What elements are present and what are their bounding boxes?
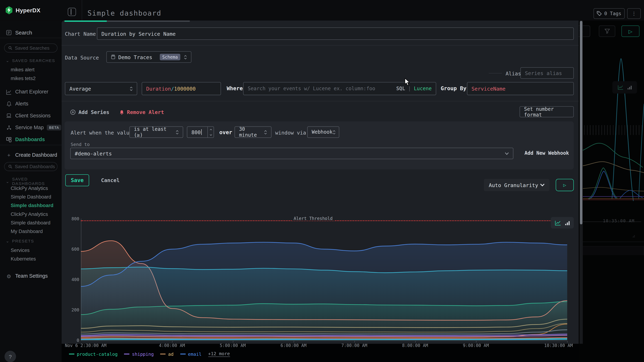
dashboard-item[interactable]: Simple Dashboard	[11, 194, 60, 200]
saved-dashboards-header[interactable]: ⌄ SAVED DASHBOARDS	[6, 177, 62, 186]
gear-icon: ⚙	[6, 273, 12, 279]
saved-search-item[interactable]: mikes tets2	[11, 75, 60, 81]
data-source-value: Demo Traces	[118, 54, 152, 60]
dashboard-item[interactable]: My Dashboard	[11, 228, 60, 234]
legend-dash	[160, 354, 166, 355]
preset-item[interactable]: Services	[11, 247, 60, 253]
sidebar-item-team-settings[interactable]: ⚙ Team Settings	[0, 272, 62, 281]
schema-badge: Schema	[160, 54, 180, 60]
webhook-select[interactable]: #demo-alerts	[70, 148, 514, 159]
modal-scrollbar-thumb[interactable]	[580, 21, 582, 224]
x-tick: 4:00:00 AM	[159, 343, 185, 348]
sidebar-item-chart-explorer[interactable]: Chart Explorer	[0, 87, 62, 96]
run-chart-button[interactable]: ▷	[556, 179, 574, 191]
x-tick: 5:00:00 AM	[220, 343, 246, 348]
alias-input[interactable]: Series alias	[520, 67, 574, 79]
chevron-down-icon	[540, 183, 544, 186]
kebab-menu-button[interactable]: ⋮	[627, 8, 641, 19]
dashboard-item[interactable]: Simple dashboard	[11, 220, 60, 226]
legend-item[interactable]: product-catalog	[69, 351, 118, 357]
chart-legend: product-catalog shipping ad email +12 mo…	[69, 351, 230, 357]
saved-searches-header[interactable]: ⌄ SAVED SEARCHES	[6, 58, 55, 63]
save-button[interactable]: Save	[65, 175, 89, 186]
plus-icon: +	[6, 152, 12, 158]
x-tick: 10:30:00 AM	[544, 343, 573, 348]
saved-dashboards-input[interactable]: Saved Dashboards	[4, 162, 58, 171]
remove-alert-button[interactable]: Remove Alert	[120, 109, 164, 115]
beta-badge: BETA	[47, 125, 61, 130]
saved-searches-input[interactable]: Saved Searches	[4, 43, 58, 52]
expression-field: Duration	[146, 86, 171, 92]
legend-dash	[180, 354, 186, 355]
sidebar-item-client-sessions[interactable]: Client Sessions	[0, 111, 62, 120]
chart-name-label: Chart Name	[65, 31, 96, 37]
alert-window-select[interactable]: 30 minute	[234, 126, 272, 138]
expression-divisor: 1000000	[174, 86, 196, 92]
dashboard-item[interactable]: ClickPy Analytics	[11, 211, 60, 217]
sidebar-item-search[interactable]: Search	[0, 28, 62, 37]
tags-button[interactable]: 0 Tags	[594, 8, 625, 19]
alert-channel-select[interactable]: Webhook	[307, 126, 339, 138]
dashboard-item-active[interactable]: Simple dashboard	[11, 203, 60, 208]
field-expression-input[interactable]: Duration/1000000	[142, 82, 221, 95]
chart-explorer-icon	[6, 89, 12, 95]
search-doc-icon	[6, 30, 12, 35]
chart-name-value: Duration by Service Name	[102, 30, 176, 37]
cancel-button[interactable]: Cancel	[101, 175, 120, 186]
create-dashboard-button[interactable]: + Create Dashboard	[0, 151, 62, 160]
magnifier-icon	[8, 165, 12, 169]
window-via-label: window via	[275, 130, 306, 136]
progress-track	[107, 20, 190, 22]
sidebar-item-dashboards[interactable]: Dashboards	[0, 135, 62, 144]
granularity-select[interactable]: Auto Granularity	[484, 179, 550, 191]
chart-type-toggle[interactable]	[551, 217, 574, 228]
select-chevrons-icon	[176, 130, 179, 134]
legend-item[interactable]: shipping	[124, 351, 154, 357]
add-series-button[interactable]: Add Series	[70, 109, 110, 115]
chevron-down-icon	[505, 152, 509, 155]
topbar-divider	[82, 0, 82, 20]
set-number-format-button[interactable]: Set number format	[520, 106, 574, 117]
x-tick: 8:00:00 AM	[402, 343, 428, 348]
page-title: Simple dashboard	[88, 9, 161, 17]
number-stepper[interactable]	[207, 127, 214, 137]
legend-more-link[interactable]: +12 more	[208, 351, 230, 357]
add-new-webhook-button[interactable]: Add New Webhook	[524, 150, 569, 156]
alert-threshold-label: Alert Threshold	[292, 216, 335, 221]
webhook-value: #demo-alerts	[75, 150, 112, 156]
alert-threshold-input[interactable]: 800	[187, 126, 214, 138]
expression-operator: /	[171, 86, 174, 92]
hyperdx-logo[interactable]: HyperDX	[5, 6, 40, 14]
send-to-label: Send to	[71, 142, 90, 147]
alert-bell-icon	[120, 110, 124, 115]
group-by-input[interactable]: ServiceName	[467, 82, 574, 95]
data-source-label: Data Source	[65, 54, 99, 61]
sql-toggle[interactable]: SQL	[396, 86, 405, 91]
dashboard-item[interactable]: ClickPy Analytics	[11, 185, 60, 191]
alias-connector-line	[489, 73, 502, 73]
edit-chart-modal: Chart Name Duration by Service Name Data…	[62, 20, 579, 344]
select-chevrons-icon	[130, 86, 133, 91]
hyperdx-logo-icon	[5, 6, 13, 14]
line-chart-icon	[555, 220, 561, 225]
sidebar-item-service-map[interactable]: Service Map BETA	[0, 123, 62, 132]
chart-name-input[interactable]: Duration by Service Name	[97, 27, 574, 40]
sidebar-collapse-icon[interactable]	[68, 8, 76, 16]
legend-item[interactable]: email	[180, 351, 202, 357]
help-button[interactable]: ?	[4, 351, 16, 362]
alias-label: Alias	[506, 71, 521, 77]
sidebar-item-alerts[interactable]: Alerts	[0, 99, 62, 108]
preset-item[interactable]: Kubernetes	[11, 256, 60, 262]
lucene-toggle[interactable]: Lucene	[414, 86, 432, 91]
presets-header[interactable]: ⌄ PRESETS	[6, 239, 34, 243]
database-icon	[111, 54, 116, 59]
saved-search-item[interactable]: mikes alert	[11, 67, 60, 73]
alert-condition-select[interactable]: is at least (≥)	[129, 126, 183, 138]
magnifier-icon	[8, 46, 12, 50]
legend-dash	[124, 354, 130, 355]
select-chevrons-icon	[184, 55, 187, 59]
aggregation-select[interactable]: Average	[65, 82, 137, 95]
legend-item[interactable]: ad	[160, 351, 174, 357]
data-source-select[interactable]: Demo Traces Schema	[106, 51, 192, 63]
select-chevrons-icon	[264, 130, 267, 134]
